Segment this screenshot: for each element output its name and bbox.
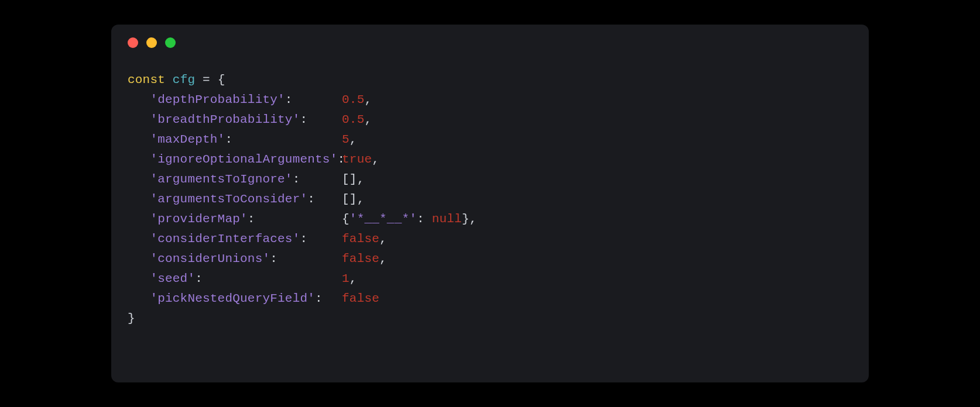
value-literal: false: [342, 252, 379, 265]
comma: ,: [349, 133, 357, 146]
value-literal: false: [342, 232, 379, 246]
object-key: 'seed': [150, 272, 195, 285]
code-line: 'providerMap':{'*__*__*': null},: [128, 209, 869, 229]
comma: ,: [379, 252, 387, 265]
zoom-icon[interactable]: [165, 37, 176, 48]
code-line: 'considerInterfaces':false,: [128, 229, 869, 249]
colon: :: [300, 232, 307, 246]
value-literal: 0.5: [342, 113, 364, 126]
brace-open: = {: [195, 73, 225, 87]
value-literal: false: [342, 292, 379, 305]
colon: :: [225, 133, 232, 146]
colon: :: [315, 292, 323, 305]
brace-close: },: [462, 212, 477, 226]
code-line: 'breadthProbability':0.5,: [128, 110, 869, 130]
colon: :: [270, 252, 277, 265]
null-literal: null: [432, 212, 462, 226]
object-key: 'providerMap': [150, 212, 247, 226]
value-literal: true: [342, 153, 372, 166]
identifier-cfg: cfg: [173, 73, 195, 87]
code-line: 'pickNestedQueryField':false: [128, 289, 869, 309]
keyword-const: const: [128, 73, 165, 87]
object-key: 'argumentsToConsider': [150, 192, 307, 206]
comma: ,: [379, 232, 387, 246]
comma: ,: [364, 93, 372, 106]
code-line: const cfg = {: [128, 70, 869, 90]
object-key: 'argumentsToIgnore': [150, 173, 292, 186]
object-key: 'pickNestedQueryField': [150, 292, 315, 305]
code-line: 'considerUnions':false,: [128, 249, 869, 269]
comma: ,: [357, 192, 365, 206]
close-icon[interactable]: [128, 37, 138, 48]
comma: ,: [349, 272, 357, 285]
value-literal: 5: [342, 133, 349, 146]
code-window: const cfg = { 'depthProbability':0.5, 'b…: [111, 25, 869, 382]
colon: :: [195, 272, 203, 285]
code-line: }: [128, 309, 869, 329]
object-key: 'considerUnions': [150, 252, 270, 265]
object-key: 'ignoreOptionalArguments': [150, 153, 337, 166]
code-line: 'maxDepth':5,: [128, 130, 869, 150]
value-literal: 0.5: [342, 93, 364, 106]
value-literal: 1: [342, 272, 349, 285]
comma: ,: [357, 173, 365, 186]
comma: ,: [364, 113, 372, 126]
code-block: const cfg = { 'depthProbability':0.5, 'b…: [111, 70, 869, 329]
object-key: 'depthProbability': [150, 93, 285, 106]
comma: ,: [372, 153, 379, 166]
window-traffic-lights: [111, 37, 869, 70]
object-key: 'breadthProbability': [150, 113, 300, 126]
colon: :: [293, 173, 300, 186]
brace-close: }: [128, 312, 135, 325]
colon: :: [300, 113, 307, 126]
code-line: 'argumentsToConsider':[],: [128, 189, 869, 209]
colon: :: [417, 212, 432, 226]
code-line: 'seed':1,: [128, 269, 869, 289]
value-literal: []: [342, 173, 357, 186]
object-key: 'maxDepth': [150, 133, 225, 146]
object-key: 'considerInterfaces': [150, 232, 300, 246]
code-line: 'ignoreOptionalArguments':true,: [128, 150, 869, 170]
code-line: 'argumentsToIgnore':[],: [128, 170, 869, 189]
brace-open: {: [342, 212, 349, 226]
minimize-icon[interactable]: [146, 37, 157, 48]
colon: :: [307, 192, 315, 206]
colon: :: [285, 93, 293, 106]
object-key: '*__*__*': [349, 212, 417, 226]
colon: :: [248, 212, 255, 226]
value-literal: []: [342, 192, 357, 206]
code-line: 'depthProbability':0.5,: [128, 90, 869, 110]
